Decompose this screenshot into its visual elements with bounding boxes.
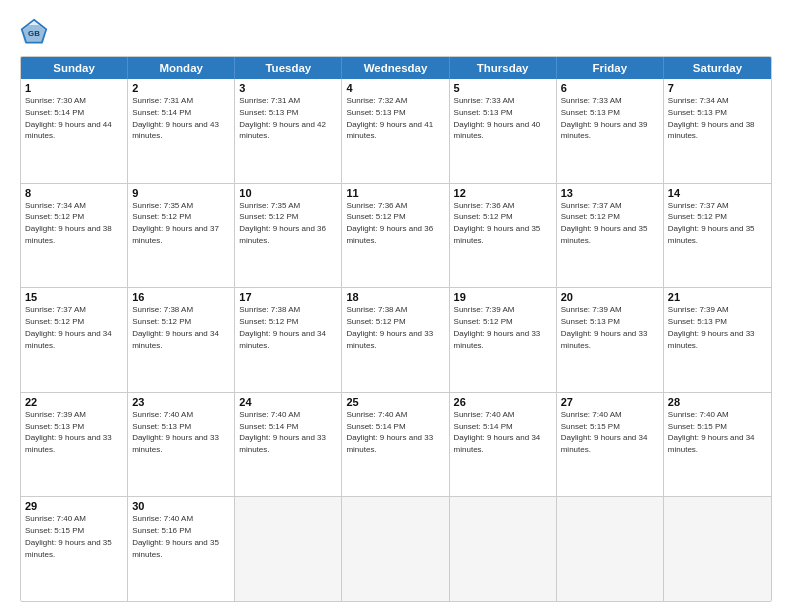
calendar-cell	[342, 497, 449, 601]
calendar-cell: 27Sunrise: 7:40 AMSunset: 5:15 PMDayligh…	[557, 393, 664, 497]
calendar-cell: 25Sunrise: 7:40 AMSunset: 5:14 PMDayligh…	[342, 393, 449, 497]
svg-text:GB: GB	[28, 29, 40, 38]
calendar-row: 1Sunrise: 7:30 AMSunset: 5:14 PMDaylight…	[21, 79, 771, 184]
calendar-cell	[557, 497, 664, 601]
calendar-cell: 7Sunrise: 7:34 AMSunset: 5:13 PMDaylight…	[664, 79, 771, 183]
calendar-cell	[450, 497, 557, 601]
calendar-cell: 11Sunrise: 7:36 AMSunset: 5:12 PMDayligh…	[342, 184, 449, 288]
calendar-cell: 8Sunrise: 7:34 AMSunset: 5:12 PMDaylight…	[21, 184, 128, 288]
logo: GB	[20, 18, 52, 46]
calendar-cell: 19Sunrise: 7:39 AMSunset: 5:12 PMDayligh…	[450, 288, 557, 392]
calendar-cell: 13Sunrise: 7:37 AMSunset: 5:12 PMDayligh…	[557, 184, 664, 288]
header-day-friday: Friday	[557, 57, 664, 79]
calendar-cell: 24Sunrise: 7:40 AMSunset: 5:14 PMDayligh…	[235, 393, 342, 497]
calendar-header: SundayMondayTuesdayWednesdayThursdayFrid…	[21, 57, 771, 79]
calendar-cell: 6Sunrise: 7:33 AMSunset: 5:13 PMDaylight…	[557, 79, 664, 183]
calendar-row: 15Sunrise: 7:37 AMSunset: 5:12 PMDayligh…	[21, 288, 771, 393]
calendar-row: 29Sunrise: 7:40 AMSunset: 5:15 PMDayligh…	[21, 497, 771, 601]
calendar-row: 8Sunrise: 7:34 AMSunset: 5:12 PMDaylight…	[21, 184, 771, 289]
logo-icon: GB	[20, 18, 48, 46]
header-day-sunday: Sunday	[21, 57, 128, 79]
header-day-wednesday: Wednesday	[342, 57, 449, 79]
calendar-row: 22Sunrise: 7:39 AMSunset: 5:13 PMDayligh…	[21, 393, 771, 498]
calendar-cell: 1Sunrise: 7:30 AMSunset: 5:14 PMDaylight…	[21, 79, 128, 183]
page: GB SundayMondayTuesdayWednesdayThursdayF…	[0, 0, 792, 612]
calendar-cell: 5Sunrise: 7:33 AMSunset: 5:13 PMDaylight…	[450, 79, 557, 183]
calendar-cell: 28Sunrise: 7:40 AMSunset: 5:15 PMDayligh…	[664, 393, 771, 497]
header-day-saturday: Saturday	[664, 57, 771, 79]
calendar-cell: 17Sunrise: 7:38 AMSunset: 5:12 PMDayligh…	[235, 288, 342, 392]
calendar-body: 1Sunrise: 7:30 AMSunset: 5:14 PMDaylight…	[21, 79, 771, 601]
calendar-cell: 29Sunrise: 7:40 AMSunset: 5:15 PMDayligh…	[21, 497, 128, 601]
calendar-cell	[664, 497, 771, 601]
calendar-cell: 2Sunrise: 7:31 AMSunset: 5:14 PMDaylight…	[128, 79, 235, 183]
calendar-cell: 14Sunrise: 7:37 AMSunset: 5:12 PMDayligh…	[664, 184, 771, 288]
calendar-cell	[235, 497, 342, 601]
calendar-cell: 23Sunrise: 7:40 AMSunset: 5:13 PMDayligh…	[128, 393, 235, 497]
calendar-cell: 4Sunrise: 7:32 AMSunset: 5:13 PMDaylight…	[342, 79, 449, 183]
header: GB	[20, 18, 772, 46]
calendar: SundayMondayTuesdayWednesdayThursdayFrid…	[20, 56, 772, 602]
calendar-cell: 20Sunrise: 7:39 AMSunset: 5:13 PMDayligh…	[557, 288, 664, 392]
header-day-tuesday: Tuesday	[235, 57, 342, 79]
calendar-cell: 12Sunrise: 7:36 AMSunset: 5:12 PMDayligh…	[450, 184, 557, 288]
calendar-cell: 9Sunrise: 7:35 AMSunset: 5:12 PMDaylight…	[128, 184, 235, 288]
header-day-thursday: Thursday	[450, 57, 557, 79]
calendar-cell: 15Sunrise: 7:37 AMSunset: 5:12 PMDayligh…	[21, 288, 128, 392]
calendar-cell: 10Sunrise: 7:35 AMSunset: 5:12 PMDayligh…	[235, 184, 342, 288]
calendar-cell: 26Sunrise: 7:40 AMSunset: 5:14 PMDayligh…	[450, 393, 557, 497]
calendar-cell: 22Sunrise: 7:39 AMSunset: 5:13 PMDayligh…	[21, 393, 128, 497]
calendar-cell: 21Sunrise: 7:39 AMSunset: 5:13 PMDayligh…	[664, 288, 771, 392]
calendar-cell: 16Sunrise: 7:38 AMSunset: 5:12 PMDayligh…	[128, 288, 235, 392]
header-day-monday: Monday	[128, 57, 235, 79]
calendar-cell: 3Sunrise: 7:31 AMSunset: 5:13 PMDaylight…	[235, 79, 342, 183]
calendar-cell: 30Sunrise: 7:40 AMSunset: 5:16 PMDayligh…	[128, 497, 235, 601]
calendar-cell: 18Sunrise: 7:38 AMSunset: 5:12 PMDayligh…	[342, 288, 449, 392]
